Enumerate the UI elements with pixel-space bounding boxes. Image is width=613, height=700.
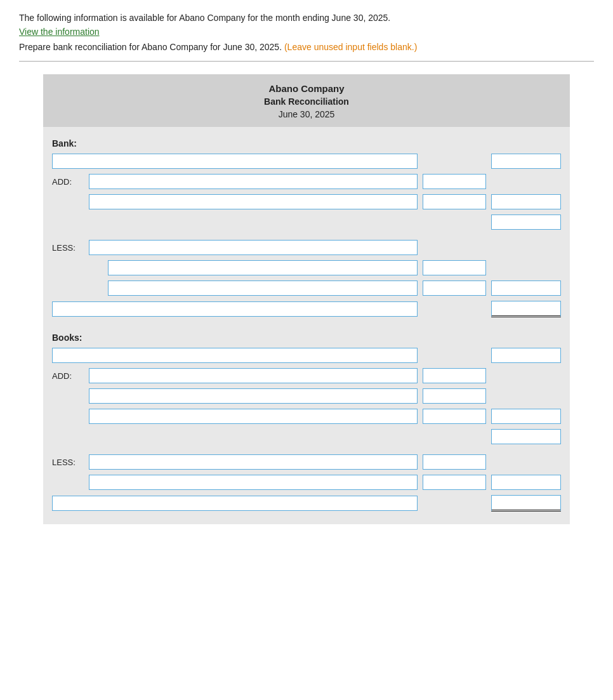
- doc-date: June 30, 2025: [49, 109, 564, 119]
- intro-text: The following information is available f…: [19, 13, 594, 23]
- doc-title: Bank Reconciliation: [49, 96, 564, 107]
- view-link[interactable]: View the information: [19, 27, 100, 37]
- add-label-2: ADD:: [52, 371, 84, 381]
- bank-add-sub-1[interactable]: [423, 174, 486, 189]
- prepare-text-main: Prepare bank reconciliation for Abano Co…: [19, 42, 282, 52]
- books-less-row-2: [43, 472, 570, 492]
- bank-description-1[interactable]: [52, 154, 418, 169]
- books-add-total-3[interactable]: [491, 409, 561, 424]
- books-row-1: [43, 345, 570, 366]
- books-final-desc[interactable]: [52, 496, 418, 511]
- less-label-2: LESS:: [52, 458, 84, 467]
- bank-section-label: Bank:: [43, 133, 570, 151]
- books-less-desc-1[interactable]: [89, 454, 418, 470]
- books-add-row-3: [43, 406, 570, 426]
- bank-final-desc[interactable]: [52, 301, 418, 317]
- books-amount-1[interactable]: [491, 348, 561, 363]
- section-divider: [19, 61, 594, 62]
- bank-add-subtotal-row: [43, 212, 570, 232]
- books-add-desc-1[interactable]: [89, 368, 418, 383]
- bank-less-desc-1[interactable]: [89, 240, 418, 255]
- books-less-sub-2[interactable]: [423, 475, 486, 490]
- bank-less-sub-2[interactable]: [423, 260, 486, 275]
- books-add-sub-3[interactable]: [423, 409, 486, 424]
- bank-add-sub-2[interactable]: [423, 194, 486, 209]
- books-add-sub-2[interactable]: [423, 388, 486, 404]
- books-final-total[interactable]: [491, 495, 561, 512]
- books-section-label: Books:: [43, 327, 570, 345]
- books-less-total-2[interactable]: [491, 475, 561, 490]
- bank-less-sub-3[interactable]: [423, 281, 486, 296]
- bank-add-subtotal[interactable]: [491, 215, 561, 230]
- books-less-sub-1[interactable]: [423, 454, 486, 470]
- bank-row-1: [43, 151, 570, 171]
- bank-reconciliation-form: Abano Company Bank Reconciliation June 3…: [43, 74, 570, 524]
- bank-add-row-1: ADD:: [43, 171, 570, 192]
- company-name: Abano Company: [49, 83, 564, 94]
- bank-less-row-2: [43, 258, 570, 278]
- bank-add-desc-2[interactable]: [89, 194, 418, 209]
- bank-less-desc-2[interactable]: [108, 260, 418, 275]
- bank-add-total-2[interactable]: [491, 194, 561, 209]
- bank-final-row: [43, 298, 570, 320]
- books-description-1[interactable]: [52, 348, 418, 363]
- books-add-row-2: [43, 386, 570, 406]
- books-less-desc-2[interactable]: [89, 475, 418, 490]
- bank-add-row-2: [43, 192, 570, 212]
- prepare-text: Prepare bank reconciliation for Abano Co…: [19, 42, 594, 52]
- books-add-desc-3[interactable]: [89, 409, 418, 424]
- leave-blank-note: (Leave unused input fields blank.): [284, 42, 417, 52]
- books-add-desc-2[interactable]: [89, 388, 418, 404]
- bank-add-desc-1[interactable]: [89, 174, 418, 189]
- books-add-subtotal[interactable]: [491, 429, 561, 444]
- bank-less-total-3[interactable]: [491, 281, 561, 296]
- bank-less-row-3: [43, 278, 570, 298]
- books-add-row-1: ADD:: [43, 366, 570, 386]
- add-label-1: ADD:: [52, 177, 84, 187]
- bank-final-total[interactable]: [491, 301, 561, 317]
- books-final-row: [43, 492, 570, 514]
- less-label-1: LESS:: [52, 243, 84, 253]
- books-add-sub-1[interactable]: [423, 368, 486, 383]
- books-add-subtotal-row: [43, 426, 570, 447]
- bank-amount-1[interactable]: [491, 154, 561, 169]
- bank-less-row-1: LESS:: [43, 237, 570, 258]
- bank-less-desc-3[interactable]: [108, 281, 418, 296]
- form-header: Abano Company Bank Reconciliation June 3…: [43, 74, 570, 127]
- books-less-row-1: LESS:: [43, 452, 570, 472]
